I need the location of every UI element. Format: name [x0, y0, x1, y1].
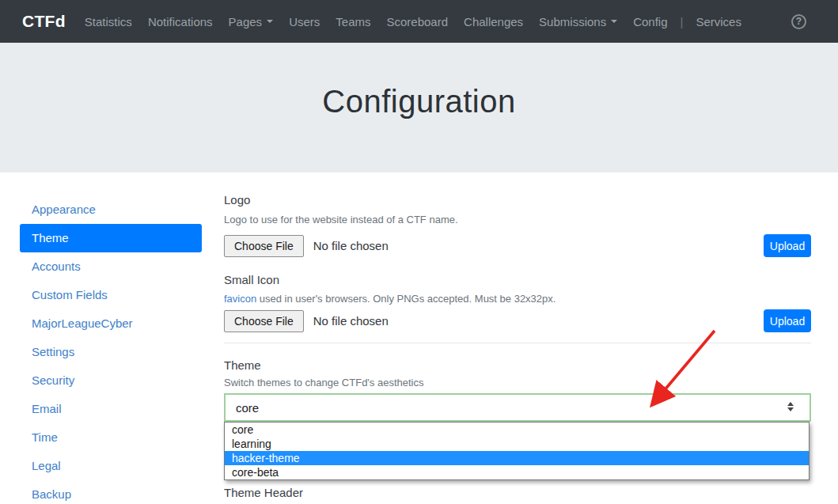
logo-description: Logo to use for the website instead of a… — [224, 214, 811, 226]
dropdown-option-hacker-theme[interactable]: hacker-theme — [225, 451, 809, 465]
nav-item-challenges[interactable]: Challenges — [456, 15, 531, 28]
nav-menu: Statistics Notifications Pages Users Tea… — [77, 15, 749, 28]
page-header: Configuration — [0, 43, 838, 172]
sidebar-item-backup[interactable]: Backup — [20, 480, 202, 504]
small-icon-choose-file-button[interactable]: Choose File — [224, 310, 304, 332]
theme-header-label: Theme Header — [224, 485, 811, 501]
nav-item-teams[interactable]: Teams — [328, 15, 378, 28]
sidebar-item-legal[interactable]: Legal — [20, 452, 202, 480]
nav-item-statistics[interactable]: Statistics — [77, 15, 140, 28]
nav-item-users[interactable]: Users — [281, 15, 328, 28]
favicon-link[interactable]: favicon — [224, 293, 256, 305]
caret-down-icon — [267, 20, 273, 23]
config-sidebar: Appearance Theme Accounts Custom Fields … — [20, 195, 202, 504]
theme-select-value: core — [236, 401, 259, 415]
sidebar-item-theme[interactable]: Theme — [20, 224, 202, 252]
nav-item-services[interactable]: Services — [688, 15, 749, 28]
nav-item-config[interactable]: Config — [625, 15, 675, 28]
nav-divider: | — [676, 15, 688, 28]
sidebar-item-majorleaguecyber[interactable]: MajorLeagueCyber — [20, 309, 202, 338]
sidebar-item-settings[interactable]: Settings — [20, 338, 202, 366]
dropdown-option-core[interactable]: core — [225, 423, 809, 437]
small-icon-description: favicon used in user's browsers. Only PN… — [224, 293, 811, 305]
theme-select-dropdown: core learning hacker-theme core-beta — [224, 422, 810, 480]
sidebar-item-security[interactable]: Security — [20, 366, 202, 395]
navbar: CTFd Statistics Notifications Pages User… — [0, 0, 838, 43]
nav-item-notifications[interactable]: Notifications — [140, 15, 221, 28]
sidebar-item-appearance[interactable]: Appearance — [20, 195, 202, 224]
sidebar-item-accounts[interactable]: Accounts — [20, 252, 202, 281]
caret-down-icon — [611, 20, 617, 23]
small-icon-upload-button[interactable]: Upload — [764, 309, 811, 332]
nav-item-submissions[interactable]: Submissions — [531, 15, 625, 28]
theme-select[interactable]: core — [224, 393, 811, 422]
dropdown-option-core-beta[interactable]: core-beta — [225, 465, 809, 479]
sidebar-item-email[interactable]: Email — [20, 395, 202, 423]
logo-upload-button[interactable]: Upload — [764, 234, 811, 257]
select-arrows-icon — [787, 402, 794, 411]
small-icon-label: Small Icon — [224, 272, 811, 288]
theme-description: Switch themes to change CTFd's aesthetic… — [224, 377, 811, 389]
brand-logo[interactable]: CTFd — [22, 12, 66, 31]
sidebar-item-time[interactable]: Time — [20, 423, 202, 452]
logo-choose-file-button[interactable]: Choose File — [224, 235, 304, 257]
theme-settings-panel: Logo Logo to use for the website instead… — [224, 192, 811, 501]
logo-file-row: Choose File No file chosen Upload — [224, 234, 811, 257]
dropdown-option-learning[interactable]: learning — [225, 437, 809, 451]
page-title: Configuration — [0, 43, 838, 119]
logo-file-status: No file chosen — [313, 239, 389, 252]
help-icon[interactable]: ? — [791, 14, 806, 29]
theme-label: Theme — [224, 358, 811, 373]
nav-item-scoreboard[interactable]: Scoreboard — [378, 15, 456, 28]
nav-item-pages[interactable]: Pages — [221, 15, 282, 28]
small-icon-file-status: No file chosen — [313, 314, 389, 328]
section-divider — [224, 343, 811, 343]
logo-label: Logo — [224, 192, 811, 208]
small-icon-file-row: Choose File No file chosen Upload — [224, 309, 811, 332]
sidebar-item-custom-fields[interactable]: Custom Fields — [20, 281, 202, 309]
